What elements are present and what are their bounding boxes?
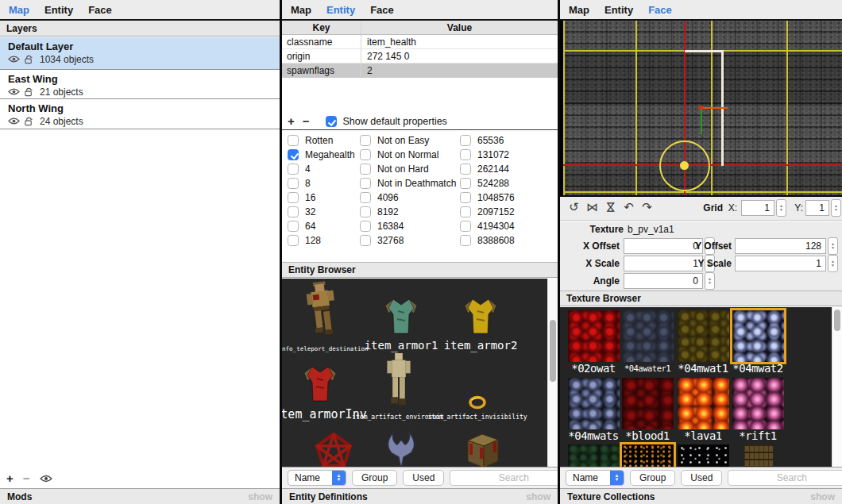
flag-checkbox[interactable] xyxy=(288,178,299,189)
texture-tile-lava1[interactable] xyxy=(678,378,729,429)
texture-tile[interactable] xyxy=(568,444,620,467)
uv-editor-viewport[interactable] xyxy=(560,21,842,197)
scrollbar-thumb[interactable] xyxy=(550,320,556,382)
property-key[interactable]: origin xyxy=(282,49,361,63)
texture-tile-02owat[interactable] xyxy=(568,310,620,362)
grid-x-input[interactable]: 1 xyxy=(741,200,774,216)
flag-checkbox[interactable] xyxy=(460,164,471,175)
scrollbar-thumb[interactable] xyxy=(834,310,840,331)
tab-map[interactable]: Map xyxy=(9,4,29,16)
texture-browser-scrollbar[interactable] xyxy=(832,307,842,467)
texture-tile[interactable] xyxy=(678,444,729,467)
texture-tile-04mwat1[interactable] xyxy=(678,310,729,362)
tab-entity[interactable]: Entity xyxy=(326,4,355,16)
flip-vertical-icon[interactable]: ⋈ xyxy=(604,202,618,214)
lock-open-icon[interactable] xyxy=(24,55,36,64)
show-default-properties-checkbox[interactable] xyxy=(326,116,337,127)
entity-thumbnail-item-armorinv[interactable] xyxy=(302,364,338,407)
tab-entity[interactable]: Entity xyxy=(44,4,73,16)
remove-layer-button[interactable]: − xyxy=(23,473,30,484)
tab-map[interactable]: Map xyxy=(569,4,589,16)
texture-browser[interactable]: *02owat *04awater1 *04mwat1 *04mwat2 *04… xyxy=(560,307,842,467)
texture-tile-rift1[interactable] xyxy=(732,378,784,429)
flag-checkbox[interactable] xyxy=(360,135,371,146)
grid-x-stepper[interactable]: ▲▼ xyxy=(776,199,786,217)
used-toggle-button[interactable]: Used xyxy=(681,470,722,486)
grid-y-input[interactable]: 1 xyxy=(805,200,829,216)
tab-face[interactable]: Face xyxy=(648,4,672,16)
flag-checkbox[interactable] xyxy=(460,178,471,189)
flag-checkbox[interactable] xyxy=(360,149,371,160)
property-value[interactable]: 2 xyxy=(361,63,558,77)
y-offset-input[interactable]: 128 xyxy=(735,238,826,254)
visibility-eye-icon[interactable] xyxy=(8,55,20,64)
texture-tile-pillar[interactable] xyxy=(744,444,773,467)
entity-thumbnail-envirosuit[interactable] xyxy=(381,352,416,416)
flag-checkbox[interactable] xyxy=(288,221,299,232)
used-toggle-button[interactable]: Used xyxy=(403,470,444,486)
texture-axis-origin-icon[interactable] xyxy=(699,106,703,110)
flag-checkbox[interactable] xyxy=(288,206,299,217)
lock-open-icon[interactable] xyxy=(24,87,36,97)
layer-row-default[interactable]: Default Layer 1034 objects xyxy=(0,37,280,70)
property-key[interactable]: spawnflags xyxy=(282,63,361,77)
face-texture-view[interactable] xyxy=(563,21,842,195)
entity-sort-select[interactable]: Name ▲▼ xyxy=(288,470,346,486)
flag-checkbox[interactable] xyxy=(460,235,471,246)
texture-collections-show-button[interactable]: show xyxy=(810,491,835,502)
remove-property-button[interactable]: − xyxy=(303,116,310,127)
flag-checkbox[interactable] xyxy=(288,149,299,160)
texture-tile-04mwat2[interactable] xyxy=(732,310,784,362)
entity-thumbnail-quake-rune[interactable] xyxy=(384,429,419,467)
entity-browser-scrollbar[interactable] xyxy=(547,279,558,467)
grid-y-stepper[interactable]: ▲▼ xyxy=(831,199,841,217)
flag-checkbox[interactable] xyxy=(460,135,471,146)
property-row-origin[interactable]: origin 272 145 0 xyxy=(282,49,558,63)
texture-tile-blood1[interactable] xyxy=(622,378,674,429)
y-scale-stepper[interactable]: ▲▼ xyxy=(828,255,838,272)
flag-checkbox[interactable] xyxy=(288,192,299,203)
toggle-visibility-icon[interactable] xyxy=(40,474,53,483)
texture-tile-04awater1[interactable] xyxy=(622,310,674,362)
reset-uv-icon[interactable]: ↺ xyxy=(568,200,580,214)
entity-thumbnail-pentagram[interactable] xyxy=(313,431,354,467)
entity-thumbnail-crate[interactable] xyxy=(462,433,503,467)
add-layer-button[interactable]: + xyxy=(6,473,14,484)
rotate-cw-icon[interactable]: ↷ xyxy=(641,200,653,214)
texture-tile[interactable] xyxy=(622,444,674,467)
flag-checkbox[interactable] xyxy=(360,206,371,217)
entity-thumbnail-soldier[interactable] xyxy=(297,279,346,345)
mods-show-button[interactable]: show xyxy=(248,491,272,502)
flag-checkbox[interactable] xyxy=(360,221,371,232)
flag-checkbox[interactable] xyxy=(460,192,471,203)
entity-thumbnail-item-armor2[interactable] xyxy=(462,296,499,340)
tab-map[interactable]: Map xyxy=(291,4,311,16)
flag-checkbox[interactable] xyxy=(460,149,471,160)
lock-open-icon[interactable] xyxy=(24,117,36,126)
flag-checkbox[interactable] xyxy=(360,178,371,189)
entity-thumbnail-item-armor1[interactable] xyxy=(383,296,419,340)
property-value[interactable]: 272 145 0 xyxy=(361,49,558,63)
angle-input[interactable]: 0 xyxy=(624,273,703,289)
entity-definitions-show-button[interactable]: show xyxy=(526,491,550,502)
flag-checkbox[interactable] xyxy=(360,192,371,203)
add-property-button[interactable]: + xyxy=(288,116,295,127)
value-column-header[interactable]: Value xyxy=(361,21,558,34)
y-offset-stepper[interactable]: ▲▼ xyxy=(828,237,838,255)
property-row-classname[interactable]: classname item_health xyxy=(282,35,558,49)
texture-sort-select[interactable]: Name ▲▼ xyxy=(566,470,624,486)
flag-checkbox[interactable] xyxy=(360,235,371,246)
group-toggle-button[interactable]: Group xyxy=(352,470,397,486)
property-key[interactable]: classname xyxy=(282,35,361,48)
flag-checkbox[interactable] xyxy=(460,206,471,217)
flag-checkbox[interactable] xyxy=(288,135,299,146)
tab-face[interactable]: Face xyxy=(370,4,394,16)
rotate-ccw-icon[interactable]: ↶ xyxy=(623,200,635,214)
texture-search-input[interactable] xyxy=(728,470,842,486)
flag-checkbox[interactable] xyxy=(288,164,299,175)
angle-stepper[interactable]: ▲▼ xyxy=(705,272,715,290)
y-scale-input[interactable]: 1 xyxy=(735,256,826,271)
tab-face[interactable]: Face xyxy=(88,4,112,16)
group-toggle-button[interactable]: Group xyxy=(630,470,675,486)
flip-horizontal-icon[interactable]: ⋈ xyxy=(586,200,598,214)
